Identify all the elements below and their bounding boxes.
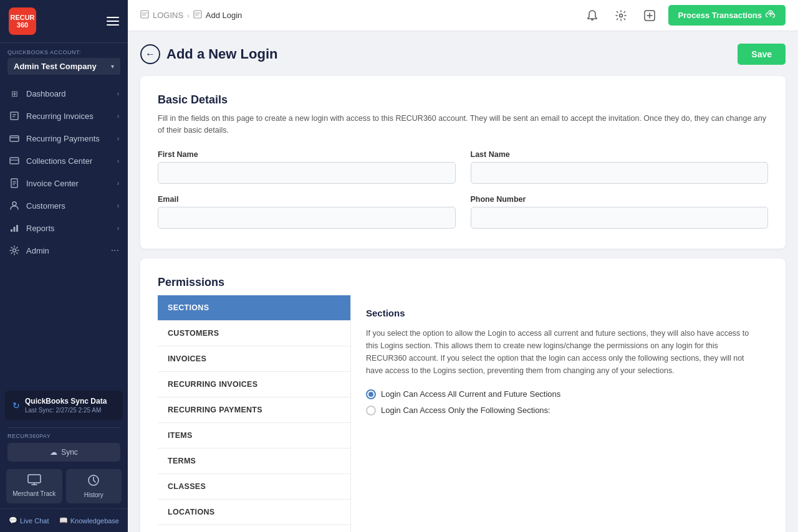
svg-point-15 [13, 249, 16, 252]
svg-rect-0 [11, 112, 18, 120]
admin-icon [9, 245, 20, 256]
reports-icon [9, 222, 20, 234]
perm-content-title: Sections [366, 308, 753, 318]
last-name-label: Last Name [471, 150, 769, 159]
history-label: History [84, 492, 103, 498]
radio-following-sections[interactable]: Login Can Access Only the Following Sect… [366, 406, 753, 416]
perm-item-locations[interactable]: LOCATIONS [158, 500, 350, 525]
breadcrumb-icon2 [193, 10, 202, 21]
svg-rect-13 [14, 227, 16, 232]
email-input[interactable] [158, 207, 456, 229]
notifications-icon[interactable] [582, 6, 602, 26]
perm-radio-group: Login Can Access All Current and Future … [366, 389, 753, 416]
sidebar-item-label: Reports [26, 224, 55, 233]
svg-rect-23 [194, 11, 201, 18]
recurring-payments-icon [9, 133, 20, 144]
perm-item-recurring-payments[interactable]: RECURRING PAYMENTS [158, 397, 350, 423]
chevron-down-icon: ▾ [111, 63, 114, 70]
chevron-right-icon: › [117, 90, 119, 97]
phone-group: Phone Number [471, 195, 769, 229]
perm-item-recurring-invoices[interactable]: RECURRING INVOICES [158, 372, 350, 397]
topbar-actions: Process Transactions [582, 5, 786, 26]
phone-input[interactable] [471, 207, 769, 229]
add-icon[interactable] [640, 6, 660, 26]
perm-item-terms[interactable]: TERMS [158, 449, 350, 474]
perm-item-classes[interactable]: CLASSES [158, 474, 350, 500]
sidebar-item-admin[interactable]: Admin ··· [0, 239, 128, 262]
perm-item-sections[interactable]: SECTIONS [158, 295, 350, 321]
svg-rect-3 [10, 136, 19, 141]
phone-label: Phone Number [471, 195, 769, 204]
last-name-input[interactable] [471, 162, 769, 184]
topbar: LOGINS › Add Login Process Transactions [128, 0, 798, 31]
collections-icon [9, 155, 20, 166]
main-area: LOGINS › Add Login Process Transactions [128, 0, 798, 532]
live-chat-btn[interactable]: 💬 Live Chat [6, 514, 57, 527]
cloud-icon: ☁ [50, 448, 57, 457]
account-label: QUICKBOOKS ACCOUNT: [7, 49, 120, 55]
sync-icon: ↻ [12, 401, 20, 411]
back-button[interactable]: ← [140, 44, 160, 64]
chevron-right-icon: › [117, 158, 119, 164]
quickbooks-sync[interactable]: ↻ QuickBooks Sync Data Last Sync: 2/27/2… [5, 391, 123, 420]
page-title: Add a New Login [166, 46, 277, 62]
permissions-layout: SECTIONS CUSTOMERS INVOICES RECURRING IN… [158, 295, 768, 533]
sidebar-item-dashboard[interactable]: ⊞ Dashboard › [0, 82, 128, 105]
breadcrumb-separator: › [187, 12, 190, 19]
last-name-group: Last Name [471, 150, 769, 184]
perm-item-items[interactable]: ITEMS [158, 423, 350, 449]
permissions-title: Permissions [158, 276, 768, 289]
recurring-invoices-icon [9, 110, 20, 121]
monitor-icon [27, 474, 41, 488]
chevron-right-icon: › [117, 202, 119, 209]
settings-icon[interactable] [611, 6, 631, 26]
first-name-group: First Name [158, 150, 456, 184]
dashboard-icon: ⊞ [9, 88, 20, 99]
svg-rect-5 [10, 158, 19, 164]
permissions-sidebar: SECTIONS CUSTOMERS INVOICES RECURRING IN… [158, 295, 351, 533]
svg-point-26 [619, 14, 622, 17]
perm-item-customers[interactable]: CUSTOMERS [158, 321, 350, 346]
perm-item-invoices[interactable]: INVOICES [158, 346, 350, 372]
invoice-icon [9, 178, 20, 189]
chevron-right-icon: › [117, 180, 119, 187]
sidebar-item-reports[interactable]: Reports › [0, 217, 128, 239]
svg-rect-14 [16, 225, 18, 232]
basic-details-card: Basic Details Fill in the fields on this… [140, 76, 786, 249]
breadcrumb-logins[interactable]: LOGINS [153, 11, 183, 20]
first-name-input[interactable] [158, 162, 456, 184]
sidebar-item-invoice-center[interactable]: Invoice Center › [0, 172, 128, 194]
sidebar-logo: RECUR360 [0, 0, 128, 43]
account-selector[interactable]: Admin Test Company ▾ [7, 58, 120, 75]
svg-point-11 [12, 202, 16, 206]
page-content: ← Add a New Login Save Basic Details Fil… [128, 31, 798, 532]
merchant-track-label: Merchant Track [12, 490, 55, 497]
email-group: Email [158, 195, 456, 229]
svg-rect-20 [141, 11, 148, 18]
breadcrumb-icon [140, 10, 149, 21]
perm-content-desc: If you select the option to allow the Lo… [366, 327, 753, 377]
book-icon: 📖 [59, 516, 68, 525]
sync-title: QuickBooks Sync Data [25, 397, 107, 406]
basic-details-title: Basic Details [158, 93, 768, 107]
customers-icon [9, 200, 20, 211]
perm-item-payment-collection[interactable]: PAYMENT COLLECTION/REFUNDS [158, 525, 350, 533]
sidebar-item-label: Customers [26, 201, 65, 211]
knowledgebase-btn[interactable]: 📖 Knowledgebase [57, 514, 122, 527]
sidebar-item-customers[interactable]: Customers › [0, 194, 128, 217]
hamburger-menu[interactable] [107, 17, 119, 26]
sidebar-item-recurring-invoices[interactable]: Recurring Invoices › [0, 105, 128, 127]
save-button[interactable]: Save [738, 44, 786, 65]
merchant-track-btn[interactable]: Merchant Track [6, 469, 62, 503]
history-btn[interactable]: History [66, 469, 122, 503]
sync-last: Last Sync: 2/27/25 2:25 AM [25, 407, 107, 414]
chevron-right-icon: › [117, 135, 119, 142]
sidebar-item-recurring-payments[interactable]: Recurring Payments › [0, 127, 128, 150]
sidebar-item-collections-center[interactable]: Collections Center › [0, 150, 128, 172]
radio-all-sections[interactable]: Login Can Access All Current and Future … [366, 389, 753, 399]
recur360pay-label: RECUR360PAY [7, 427, 120, 439]
bottom-tiles: Merchant Track History [0, 464, 128, 508]
process-transactions-btn[interactable]: Process Transactions [668, 5, 786, 26]
recur360pay-sync-btn[interactable]: ☁ Sync [7, 443, 120, 462]
sidebar-item-label: Collections Center [26, 156, 92, 166]
